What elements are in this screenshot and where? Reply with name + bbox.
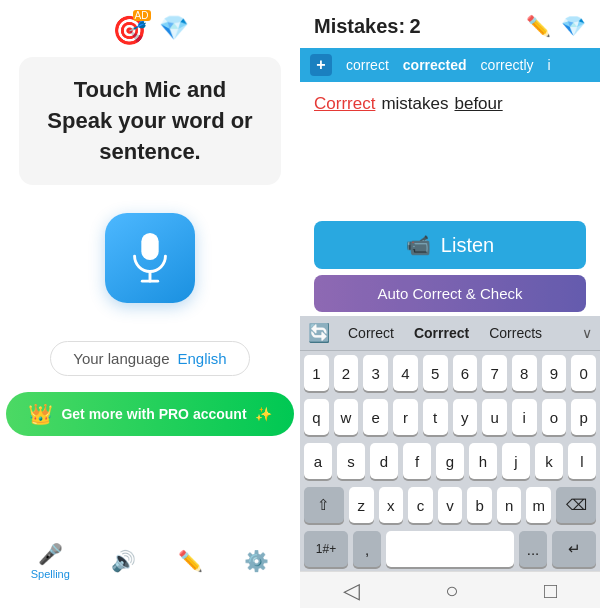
key-n[interactable]: n [497,487,522,523]
autocorrect-bar: + correct corrected correctly i [300,48,600,82]
mistakes-counter: Mistakes: 2 [314,15,421,38]
edit-tab[interactable]: ✏️ [178,549,203,573]
text-area-content[interactable]: Corrrect mistakes befour [300,82,600,213]
key-d[interactable]: d [370,443,398,479]
pencil-icon: ✏️ [178,549,203,573]
suggestion-corrrect[interactable]: Corrrect [406,323,477,343]
listen-icon: 📹 [406,233,431,257]
refresh-icon[interactable]: 🔄 [308,322,330,344]
mic-button[interactable] [105,213,195,303]
keyboard-area: 🔄 Correct Corrrect Corrects ∨ 1 2 3 4 5 … [300,316,600,571]
key-2[interactable]: 2 [334,355,359,391]
gear-icon: ⚙️ [244,549,269,573]
mic-bottom-icon: 🎤 [38,542,63,566]
autocorrect-word-corrected[interactable]: corrected [403,57,467,73]
key-4[interactable]: 4 [393,355,418,391]
gem-icon-left: 💎 [159,14,189,47]
key-g[interactable]: g [436,443,464,479]
auto-correct-button[interactable]: Auto Correct & Check [314,275,586,312]
edit-icon-btn[interactable]: ✏️ [526,14,551,38]
crown-icon: 👑 [28,402,53,426]
misspelled-word-2: befour [454,94,502,114]
expand-icon[interactable]: ∨ [582,325,592,341]
key-e[interactable]: e [363,399,388,435]
key-3[interactable]: 3 [363,355,388,391]
key-w[interactable]: w [334,399,359,435]
volume-tab[interactable]: 🔊 [111,549,136,573]
keyboard-suggestions: 🔄 Correct Corrrect Corrects ∨ [300,316,600,351]
language-selector[interactable]: Your language English [50,341,249,376]
keyboard-row-bottom: 1#+ , ... ↵ [300,527,600,571]
misspelled-word-1: Corrrect [314,94,375,114]
key-f[interactable]: f [403,443,431,479]
key-1[interactable]: 1 [304,355,329,391]
key-5[interactable]: 5 [423,355,448,391]
key-s[interactable]: s [337,443,365,479]
key-8[interactable]: 8 [512,355,537,391]
key-6[interactable]: 6 [453,355,478,391]
autocorrect-word-i[interactable]: i [548,57,551,73]
keyboard-row-asdf: a s d f g h j k l [300,439,600,483]
keyboard-row-numbers: 1 2 3 4 5 6 7 8 9 0 [300,351,600,395]
key-c[interactable]: c [408,487,433,523]
bottom-nav: ◁ ○ □ [300,571,600,608]
star-icon: ✨ [255,406,272,422]
pro-banner[interactable]: 👑 Get more with PRO account ✨ [6,392,293,436]
autocorrect-word-correctly[interactable]: correctly [481,57,534,73]
key-space[interactable] [386,531,514,567]
key-j[interactable]: j [502,443,530,479]
mic-icon [126,231,174,285]
key-ellipsis[interactable]: ... [519,531,547,567]
key-enter[interactable]: ↵ [552,531,596,567]
key-l[interactable]: l [568,443,596,479]
key-9[interactable]: 9 [542,355,567,391]
key-backspace[interactable]: ⌫ [556,487,596,523]
key-i[interactable]: i [512,399,537,435]
settings-tab[interactable]: ⚙️ [244,549,269,573]
key-t[interactable]: t [423,399,448,435]
key-r[interactable]: r [393,399,418,435]
key-x[interactable]: x [379,487,404,523]
nav-home[interactable]: ○ [445,578,458,604]
autocorrect-word-correct[interactable]: correct [346,57,389,73]
right-top-bar: Mistakes: 2 ✏️ 💎 [300,0,600,44]
key-7[interactable]: 7 [482,355,507,391]
key-k[interactable]: k [535,443,563,479]
language-label: Your language [73,350,169,367]
right-panel: Mistakes: 2 ✏️ 💎 + correct corrected cor… [300,0,600,608]
key-m[interactable]: m [526,487,551,523]
key-b[interactable]: b [467,487,492,523]
key-y[interactable]: y [453,399,478,435]
key-o[interactable]: o [542,399,567,435]
keyboard-row-qwerty: q w e r t y u i o p [300,395,600,439]
suggestion-corrects[interactable]: Corrects [481,323,550,343]
key-h[interactable]: h [469,443,497,479]
text-mistakes: mistakes [381,94,448,114]
listen-button[interactable]: 📹 Listen [314,221,586,269]
key-comma[interactable]: , [353,531,381,567]
key-shift[interactable]: ⇧ [304,487,344,523]
key-z[interactable]: z [349,487,374,523]
language-value: English [178,350,227,367]
key-v[interactable]: v [438,487,463,523]
left-panel: 🎯 AD 💎 Touch Mic and Speak your word or … [0,0,300,608]
nav-back[interactable]: ◁ [343,578,360,604]
right-top-icons: ✏️ 💎 [526,14,586,38]
nav-recents[interactable]: □ [544,578,557,604]
autocorrect-plus[interactable]: + [310,54,332,76]
key-numbers[interactable]: 1#+ [304,531,348,567]
left-top-icons: 🎯 AD 💎 [0,0,300,57]
text-line: Corrrect mistakes befour [314,94,586,114]
key-p[interactable]: p [571,399,596,435]
key-a[interactable]: a [304,443,332,479]
key-q[interactable]: q [304,399,329,435]
gem-icon-right: 💎 [561,14,586,38]
keyboard-row-zxcv: ⇧ z x c v b n m ⌫ [300,483,600,527]
suggestion-correct[interactable]: Correct [340,323,402,343]
auto-correct-label: Auto Correct & Check [377,285,522,302]
spelling-tab[interactable]: 🎤 Spelling [31,542,70,580]
target-icon: 🎯 AD [112,14,147,47]
key-u[interactable]: u [482,399,507,435]
key-0[interactable]: 0 [571,355,596,391]
volume-icon: 🔊 [111,549,136,573]
